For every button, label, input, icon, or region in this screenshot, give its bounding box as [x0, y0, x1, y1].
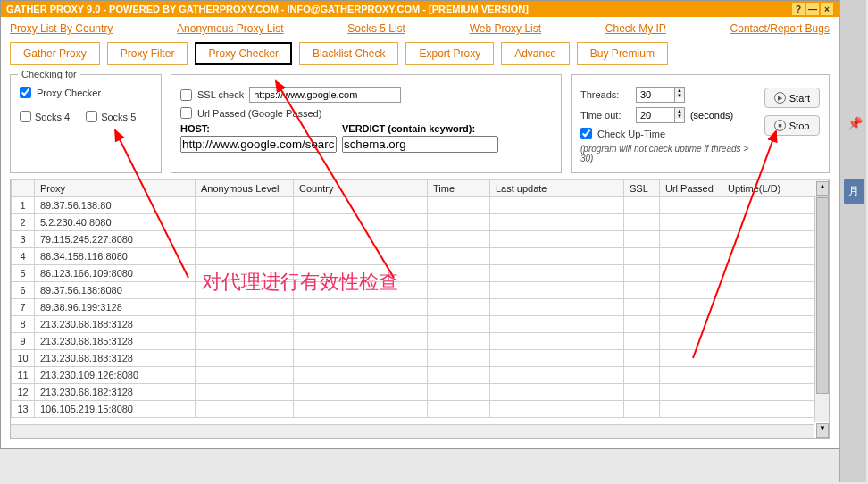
cell-proxy: 213.230.68.185:3128 — [35, 333, 196, 350]
col-uptime[interactable]: Uptime(L/D) — [722, 180, 829, 197]
col-lastupdate[interactable]: Last update — [490, 180, 624, 197]
row-num: 10 — [12, 350, 35, 367]
checkbox-url-passed[interactable] — [180, 107, 192, 119]
link-anon-proxy[interactable]: Anonymous Proxy List — [177, 22, 283, 35]
scroll-down-icon[interactable]: ▼ — [816, 423, 829, 438]
threads-down-icon[interactable]: ▼ — [675, 93, 684, 98]
sidebar-month-tab[interactable]: 月 — [844, 179, 864, 204]
checkbox-socks4[interactable] — [20, 111, 31, 122]
stop-button[interactable]: ■ Stop — [764, 115, 820, 136]
row-num: 2 — [12, 214, 35, 231]
close-icon[interactable]: × — [821, 3, 833, 15]
scroll-up-icon[interactable]: ▲ — [816, 181, 829, 196]
input-verdict[interactable] — [342, 136, 498, 153]
table-row[interactable]: 189.37.56.138:80 — [12, 197, 829, 214]
table-row[interactable]: 11213.230.109.126:8080 — [12, 367, 829, 384]
checkbox-proxy-checker[interactable] — [20, 87, 31, 98]
cell-proxy: 89.37.56.138:80 — [35, 197, 196, 214]
col-urlpassed[interactable]: Url Passed — [660, 180, 722, 197]
table-row[interactable]: 25.2.230.40:8080 — [12, 214, 829, 231]
link-socks5[interactable]: Socks 5 List — [347, 22, 405, 35]
pin-icon[interactable]: 📌 — [847, 116, 863, 130]
scroll-thumb[interactable] — [816, 197, 829, 394]
table-row[interactable]: 9213.230.68.185:3128 — [12, 333, 829, 350]
cell-anon — [196, 384, 294, 401]
checkbox-socks5[interactable] — [86, 111, 97, 122]
cell-urlpassed — [660, 367, 722, 384]
table-row[interactable]: 586.123.166.109:8080 — [12, 265, 829, 282]
link-web-proxy[interactable]: Web Proxy List — [470, 22, 541, 35]
cell-urlpassed — [660, 299, 722, 316]
table-row[interactable]: 789.38.96.199:3128 — [12, 299, 829, 316]
minimize-icon[interactable]: — — [806, 3, 819, 15]
tab-checker[interactable]: Proxy Checker — [195, 42, 292, 65]
cell-time — [428, 384, 490, 401]
table-row[interactable]: 379.115.245.227:8080 — [12, 231, 829, 248]
input-threads[interactable] — [636, 87, 675, 103]
table-row[interactable]: 689.37.56.138:8080 — [12, 282, 829, 299]
cell-ssl — [624, 299, 660, 316]
col-anon[interactable]: Anonymous Level — [196, 180, 294, 197]
tab-export[interactable]: Export Proxy — [405, 42, 494, 65]
table-row[interactable]: 12213.230.68.182:3128 — [12, 384, 829, 401]
table-row[interactable]: 8213.230.68.188:3128 — [12, 316, 829, 333]
cell-ssl — [624, 367, 660, 384]
cell-urlpassed — [660, 214, 722, 231]
row-num: 8 — [12, 316, 35, 333]
tab-advance[interactable]: Advance — [501, 42, 570, 65]
row-num: 13 — [12, 401, 35, 418]
start-button[interactable]: ▶ Start — [764, 88, 820, 108]
cell-country — [294, 231, 428, 248]
col-time[interactable]: Time — [428, 180, 490, 197]
cell-urlpassed — [660, 384, 722, 401]
label-timeout: Time out: — [580, 110, 630, 121]
col-num[interactable] — [12, 180, 35, 197]
tab-gather[interactable]: Gather Proxy — [10, 42, 100, 65]
timeout-down-icon[interactable]: ▼ — [675, 113, 684, 119]
input-timeout[interactable] — [636, 107, 675, 123]
link-contact[interactable]: Contact/Report Bugs — [730, 22, 830, 35]
col-ssl[interactable]: SSL — [624, 180, 660, 197]
tab-filter[interactable]: Proxy Filter — [107, 42, 188, 65]
cell-country — [294, 197, 428, 214]
horizontal-scrollbar[interactable] — [11, 424, 814, 438]
table-row[interactable]: 486.34.158.116:8080 — [12, 248, 829, 265]
cell-country — [294, 248, 428, 265]
row-num: 4 — [12, 248, 35, 265]
side-panel: 📌 月 — [839, 0, 866, 449]
cell-proxy: 213.230.68.183:3128 — [35, 350, 196, 367]
vertical-scrollbar[interactable]: ▲ ▼ — [814, 197, 829, 422]
cell-time — [428, 299, 490, 316]
group-run: Threads: ▲▼ Time out: ▲▼ (seconds) — [571, 74, 830, 173]
tab-blacklist[interactable]: Blacklist Check — [299, 42, 398, 65]
row-num: 1 — [12, 197, 35, 214]
col-country[interactable]: Country — [294, 180, 428, 197]
cell-anon — [196, 316, 294, 333]
cell-country — [294, 333, 428, 350]
cell-lastupdate — [490, 299, 624, 316]
cell-proxy: 86.34.158.116:8080 — [35, 248, 196, 265]
input-ssl-url[interactable] — [249, 87, 401, 103]
help-icon[interactable]: ? — [792, 3, 805, 15]
title-text: GATHER PROXY 9.0 - POWERED BY GATHERPROX… — [6, 4, 529, 14]
table-row[interactable]: 10213.230.68.183:3128 — [12, 350, 829, 367]
cell-anon — [196, 367, 294, 384]
cell-uptime — [722, 231, 829, 248]
checkbox-ssl-check[interactable] — [180, 89, 192, 101]
cell-uptime — [722, 401, 829, 418]
tab-premium[interactable]: Buy Premium — [577, 42, 668, 65]
cell-time — [428, 350, 490, 367]
group-checking-for: Checking for Proxy Checker Socks 4 Socks… — [10, 74, 162, 173]
cell-ssl — [624, 231, 660, 248]
row-num: 6 — [12, 282, 35, 299]
col-proxy[interactable]: Proxy — [35, 180, 196, 197]
link-check-ip[interactable]: Check My IP — [605, 22, 666, 35]
link-proxy-country[interactable]: Proxy List By Country — [10, 22, 113, 35]
input-host[interactable] — [180, 136, 337, 153]
row-num: 12 — [12, 384, 35, 401]
cell-lastupdate — [490, 384, 624, 401]
checkbox-uptime[interactable] — [580, 128, 592, 139]
table-row[interactable]: 13106.105.219.15:8080 — [12, 401, 829, 418]
cell-country — [294, 316, 428, 333]
cell-ssl — [624, 197, 660, 214]
